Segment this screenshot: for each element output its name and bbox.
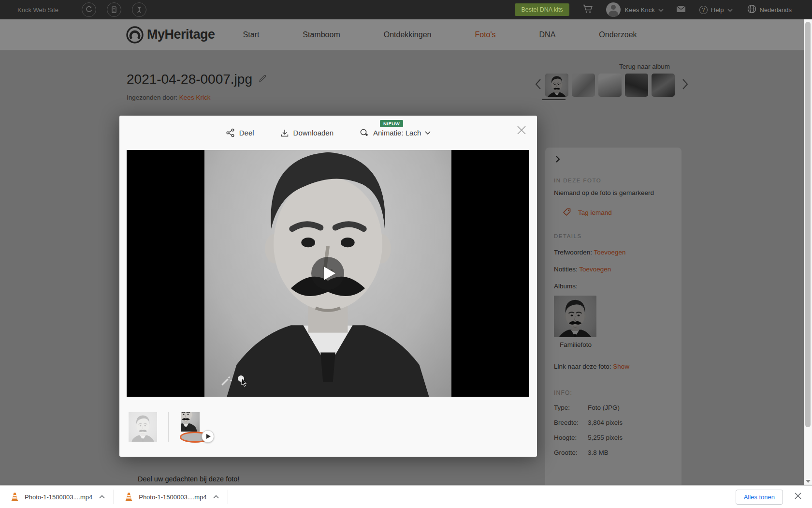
photo-stage (127, 150, 529, 397)
downloads-bar-close-button[interactable] (793, 491, 803, 503)
chevron-down-icon (727, 9, 733, 12)
sync-button[interactable] (82, 2, 96, 17)
download-button[interactable]: Downloaden (280, 129, 334, 137)
site-header-bar: Krick Web Site Bestel DNA kits (0, 0, 812, 19)
share-icon (226, 128, 235, 137)
avatar-body-shape (609, 11, 618, 17)
thumbnail-divider (168, 412, 169, 442)
site-name: Krick Web Site (17, 6, 58, 14)
mouse-cursor (241, 378, 249, 388)
vlc-cone-icon (125, 492, 133, 502)
documents-button[interactable] (107, 2, 121, 17)
scrollbar-down-arrow[interactable] (806, 480, 811, 483)
user-menu-chevron[interactable] (658, 5, 664, 14)
download-file-name: Photo-1-1500003....mp4 (25, 493, 92, 501)
avatar-head-shape (611, 5, 616, 10)
user-name[interactable]: Kees Krick (625, 6, 655, 14)
download-file-name: Photo-1-1500003....mp4 (139, 493, 206, 501)
cart-button[interactable] (582, 3, 594, 16)
close-icon (517, 125, 526, 135)
language-selector[interactable]: Nederlands (760, 6, 792, 14)
refresh-icon (85, 6, 93, 14)
cart-icon (582, 3, 594, 15)
viewer-toolbar: Deel Downloaden NIEUW Animatie: Lach (119, 116, 537, 150)
magic-wand-icon[interactable] (220, 374, 232, 389)
help-menu[interactable]: Help (711, 6, 724, 14)
order-dna-kits-button[interactable]: Bestel DNA kits (515, 3, 569, 16)
viewer-version-thumbnails (129, 412, 210, 442)
downloads-divider (228, 490, 228, 504)
share-label: Deel (239, 129, 254, 137)
modal-close-button[interactable] (515, 123, 528, 139)
browser-downloads-bar: Photo-1-1500003....mp4 Photo-1-1500003..… (0, 485, 812, 508)
download-label: Downloaden (293, 129, 334, 137)
original-photo-thumbnail[interactable] (129, 412, 157, 442)
share-button[interactable]: Deel (226, 128, 254, 137)
close-icon (795, 493, 801, 499)
download-item-2[interactable]: Photo-1-1500003....mp4 (114, 486, 228, 508)
page-scrollbar[interactable] (804, 19, 812, 485)
play-icon (324, 267, 335, 280)
play-animation-button[interactable] (311, 257, 344, 290)
chevron-down-icon (425, 131, 431, 135)
scrollbar-thumb[interactable] (805, 22, 811, 427)
language-globe[interactable] (747, 4, 756, 15)
help-question-icon: ? (699, 6, 708, 14)
vlc-cone-icon (11, 492, 19, 502)
mail-icon (676, 5, 686, 13)
animation-label: Animatie: Lach (373, 129, 421, 137)
inbox-button[interactable] (676, 5, 686, 15)
animation-dropdown[interactable]: NIEUW Animatie: Lach (360, 128, 431, 137)
download-icon (280, 129, 289, 137)
dna-button[interactable] (132, 2, 146, 17)
user-avatar[interactable] (606, 2, 621, 17)
chevron-down-icon (658, 9, 664, 12)
show-all-downloads-button[interactable]: Alles tonen (736, 490, 783, 505)
globe-icon (747, 4, 756, 14)
document-icon (110, 6, 118, 14)
chevron-up-icon[interactable] (213, 495, 219, 499)
chevron-up-icon[interactable] (99, 495, 105, 499)
help-menu-chevron[interactable] (727, 5, 733, 14)
dna-icon (135, 6, 143, 14)
animation-play-badge[interactable] (202, 430, 214, 443)
new-badge: NIEUW (380, 120, 403, 127)
photo-viewer-modal: Deel Downloaden NIEUW Animatie: Lach (119, 116, 537, 457)
download-item-1[interactable]: Photo-1-1500003....mp4 (0, 486, 114, 508)
app-root: Krick Web Site Bestel DNA kits (0, 0, 812, 508)
play-icon (206, 434, 211, 439)
animate-photo-icon (360, 128, 369, 137)
